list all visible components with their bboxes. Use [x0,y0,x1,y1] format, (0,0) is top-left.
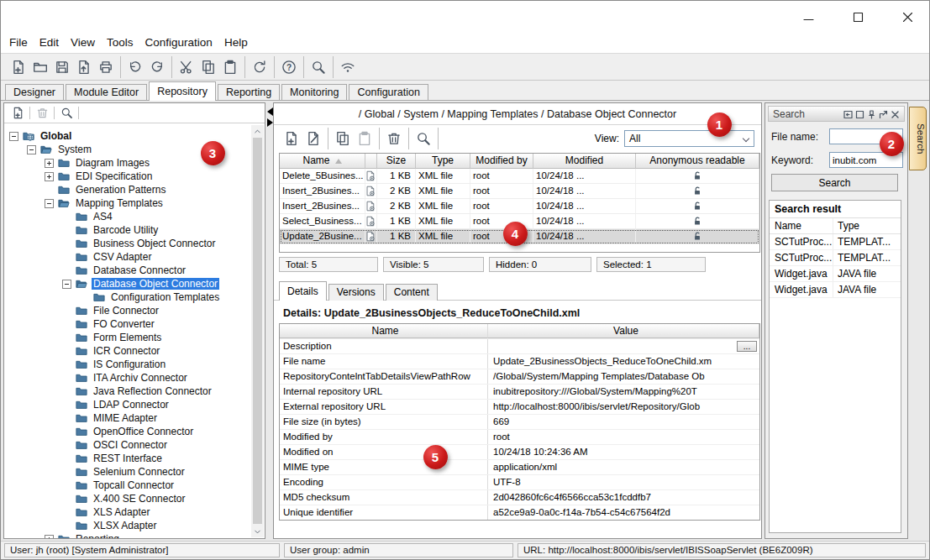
tree-expand-handle-minus[interactable] [9,132,18,141]
tab-repository[interactable]: Repository [149,81,216,101]
help-button[interactable] [278,57,300,77]
tree-item-mime-adapter[interactable]: MIME Adapter [4,411,251,425]
close-button[interactable] [899,8,916,25]
save-button[interactable] [51,57,73,77]
edit-button[interactable] [302,128,324,149]
search-result-row[interactable]: Widget.javaJAVA file [770,282,901,298]
menu-item-file[interactable]: File [3,34,34,51]
details-row[interactable]: Description... [280,339,759,354]
search-result-row[interactable]: SCTutProc...TEMPLAT... [770,250,901,266]
tree-item-barcode-utility[interactable]: Barcode Utility [4,223,251,237]
tree-expand-handle-plus[interactable] [45,159,54,168]
tab-reporting[interactable]: Reporting [218,84,280,101]
tree-item-ita-archiv-connector[interactable]: ITA Archiv Connector [4,371,251,385]
details-row[interactable]: MD5 checksum2d042860fc6c4f6566cca53c1fcd… [280,490,759,505]
tree-item-rest-interface[interactable]: REST Interface [4,452,251,465]
tree-item-reporting[interactable]: Reporting [4,532,251,538]
tree-item-database-connector[interactable]: Database Connector [4,264,251,277]
refresh-button[interactable] [249,57,271,77]
search-button[interactable] [412,128,434,149]
wireless-button[interactable] [337,57,359,77]
tree-expand-handle-plus[interactable] [45,172,54,181]
panel-maximize-icon[interactable] [855,108,864,120]
maximize-button[interactable] [849,8,866,25]
search-button[interactable] [307,57,329,77]
undo-button[interactable] [124,57,146,77]
tree-item-generation-patterns[interactable]: Generation Patterns [4,183,251,196]
panel-dock-left-icon[interactable] [843,108,853,120]
details-row[interactable]: Modified byroot [280,430,759,445]
details-row[interactable]: Internal repository URLinubitrepository:… [280,385,759,400]
details-row[interactable]: MIME typeapplication/xml [280,460,759,475]
ellipsis-button[interactable]: ... [737,341,757,352]
details-row[interactable]: File nameUpdate_2BusinessObjects_ReduceT… [280,354,759,369]
panel-float-icon[interactable] [879,108,888,120]
tree-expand-handle-minus[interactable] [27,145,36,154]
file-col-anonymous-readable[interactable]: Anonymous readable [636,154,759,169]
tree-expand-handle-plus[interactable] [45,535,54,539]
open-folder-button[interactable] [29,57,51,77]
search-button[interactable]: Search [771,174,898,191]
cut-button[interactable] [176,57,197,77]
paste-button[interactable] [354,128,376,149]
tree-item-is-configuration[interactable]: IS Configuration [4,358,251,371]
new-document-button[interactable] [281,128,302,149]
details-tab-versions[interactable]: Versions [328,284,384,301]
delete-button[interactable] [33,103,51,123]
splitter-expand-right-arrow[interactable] [267,118,273,127]
delete-button[interactable] [383,128,405,149]
details-row[interactable]: RepositoryContelntTabDetailsViewPathRow/… [280,369,759,385]
tree-item-form-elements[interactable]: Form Elements [4,331,251,344]
table-row[interactable]: Insert_2Busines...2 KBXML fileroot10/24/… [280,184,759,199]
panel-pin-icon[interactable] [867,108,876,120]
tree-item-csv-adapter[interactable]: CSV Adapter [4,250,251,264]
table-row[interactable]: Delete_5Busines...1 KBXML fileroot10/24/… [280,169,759,184]
tree-item-openoffice-connector[interactable]: OpenOffice Connector [4,425,251,438]
table-row[interactable]: Insert_2Busines...2 KBXML fileroot10/24/… [280,199,759,214]
details-row[interactable]: Modified on10/24/18 10:24:36 AM [280,445,759,460]
file-col-name[interactable]: Name [280,154,365,169]
tab-configuration[interactable]: Configuration [349,84,428,101]
tree-item-fo-converter[interactable]: FO Converter [4,317,251,331]
details-row[interactable]: External repository URLhttp://localhost:… [280,400,759,415]
print-button[interactable] [95,57,117,77]
tree-item-java-reflection-connector[interactable]: Java Reflection Connector [4,385,251,398]
menu-item-configuration[interactable]: Configuration [139,34,218,51]
tree-item-as4[interactable]: AS4 [4,210,251,223]
tree-item-icr-connector[interactable]: ICR Connector [4,344,251,358]
tree-item-mapping-templates[interactable]: Mapping Templates [4,196,251,210]
tree-expand-handle-minus[interactable] [62,280,71,289]
tree-scrollbar[interactable] [251,125,264,537]
file-col-modified-by[interactable]: Modified by [470,154,533,169]
splitter-collapse-left-arrow[interactable] [267,107,273,116]
tree-item-topcall-connector[interactable]: Topcall Connector [4,479,251,492]
file-col-modified[interactable]: Modified [533,154,636,169]
tree-item-xlsx-adapter[interactable]: XLSX Adapter [4,519,251,532]
tree-item-x-400-se-connector[interactable]: X.400 SE Connector [4,492,251,505]
new-document-button[interactable] [8,103,27,123]
tree-item-file-connector[interactable]: File Connector [4,304,251,317]
tree-item-selenium-connector[interactable]: Selenium Connector [4,465,251,479]
scroll-up-button[interactable] [251,125,264,137]
view-filter-dropdown[interactable]: All [624,130,754,147]
tree-item-ldap-connector[interactable]: LDAP Connector [4,398,251,411]
file-col-icon[interactable] [365,154,377,169]
menu-item-tools[interactable]: Tools [101,34,139,51]
menu-item-help[interactable]: Help [218,34,254,51]
tree-item-xls-adapter[interactable]: XLS Adapter [4,505,251,519]
scroll-down-button[interactable] [251,526,264,537]
panel-close-icon[interactable] [891,108,900,120]
tree-item-configuration-templates[interactable]: Configuration Templates [4,290,251,304]
new-document-button[interactable] [8,57,29,77]
tree-item-database-object-connector[interactable]: Database Object Connector [4,277,251,290]
tree-item-business-object-connector[interactable]: Business Object Connector [4,237,251,250]
details-row[interactable]: File size (in bytes)669 [280,415,759,430]
details-tab-content[interactable]: Content [386,284,438,301]
search-side-tab[interactable]: Search [909,107,927,170]
menu-item-edit[interactable]: Edit [34,34,65,51]
tree-expand-handle-minus[interactable] [45,199,54,208]
tree-item-osci-connector[interactable]: OSCI Connector [4,438,251,452]
import-document-button[interactable] [73,57,95,77]
paste-button[interactable] [219,57,241,77]
redo-button[interactable] [146,57,168,77]
